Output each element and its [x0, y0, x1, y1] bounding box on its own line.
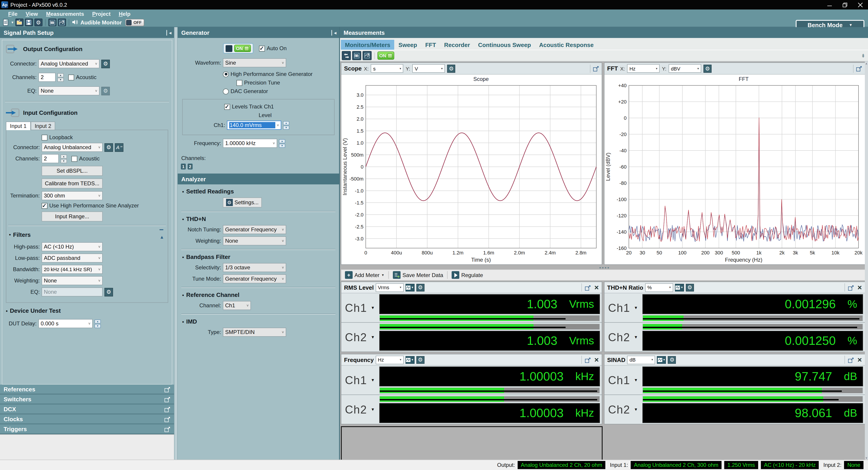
auto-hide-icon[interactable]: ⇟: [861, 53, 865, 59]
levels-track-ch1-checkbox[interactable]: [224, 104, 230, 109]
channel-selector[interactable]: Ch1▼: [604, 294, 643, 322]
tab-continuous-sweep[interactable]: Continuous Sweep: [474, 40, 535, 50]
save-project-icon[interactable]: [25, 19, 33, 26]
add-monitor-icon[interactable]: [58, 19, 66, 26]
generator-channel-1-button[interactable]: 1: [180, 163, 186, 170]
settled-readings-settings-button[interactable]: ⚙ Settings...: [223, 197, 262, 208]
close-meter-icon[interactable]: ✕: [594, 284, 599, 291]
settled-readings-title[interactable]: Settled Readings: [182, 188, 336, 195]
collapse-section-icon[interactable]: ▔▲: [160, 229, 164, 240]
sidebar-item-switchers[interactable]: Switchers↗: [0, 395, 174, 405]
bandpass-filter-title[interactable]: Bandpass Filter: [182, 253, 336, 260]
menu-view[interactable]: View: [22, 11, 41, 17]
meter-settings-icon[interactable]: ⚙: [668, 356, 676, 364]
thdn-section-title[interactable]: THD+N: [182, 216, 336, 222]
input-auto-range-icon[interactable]: A⁼: [115, 143, 123, 152]
tune-mode-select[interactable]: Generator Frequency˅: [223, 274, 286, 283]
close-meter-icon[interactable]: ✕: [594, 356, 599, 363]
meter-settings-icon[interactable]: ⚙: [416, 284, 425, 291]
dac-generator-radio[interactable]: [223, 88, 229, 94]
loopback-checkbox[interactable]: [41, 134, 48, 140]
output-channels-stepper[interactable]: ▲▼: [57, 73, 64, 82]
imd-type-select[interactable]: SMPTE/DIN˅: [223, 327, 286, 337]
termination-select[interactable]: 300 ohm˅: [41, 191, 103, 200]
input-acoustic-checkbox[interactable]: [71, 156, 77, 162]
dut-delay-stepper[interactable]: ▲▼: [94, 319, 101, 328]
open-project-icon[interactable]: [16, 19, 24, 26]
close-meter-icon[interactable]: ✕: [857, 284, 862, 291]
precision-tune-checkbox[interactable]: [237, 80, 242, 86]
input-connector-select[interactable]: Analog Unbalanced˅: [41, 143, 103, 152]
signal-monitor-icon[interactable]: [352, 51, 361, 60]
meter-settings-icon[interactable]: ⚙: [686, 284, 694, 291]
filters-eq-settings-icon[interactable]: ⚙: [104, 288, 113, 296]
scope-x-unit-select[interactable]: s▾: [371, 64, 403, 73]
tab-sweep[interactable]: Sweep: [395, 40, 421, 50]
graphs-meters-splitter[interactable]: [340, 266, 868, 269]
unit-select[interactable]: Vrms▾: [376, 283, 404, 292]
generator-on-toggle[interactable]: ON: [223, 43, 254, 54]
open-in-window-icon[interactable]: ↗: [164, 426, 170, 432]
settings-gear-icon[interactable]: ⚙: [34, 19, 42, 26]
notch-tuning-select[interactable]: Generator Frequency˅: [223, 225, 286, 234]
bandwidth-select[interactable]: 20 kHz (44.1 kHz SR)˅: [41, 265, 103, 274]
menu-help[interactable]: Help: [115, 11, 134, 17]
channel-selector[interactable]: Ch2▼: [341, 323, 379, 351]
ch1-level-stepper[interactable]: ▲▼: [283, 121, 289, 129]
menu-project[interactable]: Project: [89, 11, 114, 17]
channel-selector[interactable]: Ch1▼: [341, 366, 379, 394]
restore-button[interactable]: [837, 0, 852, 9]
high-pass-select[interactable]: AC (<10 Hz)˅: [41, 242, 103, 251]
ref-channel-select[interactable]: Ch1˅: [223, 301, 251, 310]
audible-monitor-toggle[interactable]: OFF: [125, 19, 145, 26]
tab-fft[interactable]: FFT: [421, 40, 440, 50]
input-connector-settings-icon[interactable]: ⚙: [104, 143, 113, 152]
waveform-select[interactable]: Sine˅: [223, 58, 286, 67]
signal-monitor-icon[interactable]: [49, 19, 57, 26]
pop-out-icon[interactable]: ↗: [856, 65, 862, 71]
fft-y-unit-select[interactable]: dBV▾: [669, 64, 701, 73]
thdn-weighting-select[interactable]: None˅: [223, 237, 286, 245]
input-configuration-section[interactable]: Input Configuration: [6, 108, 171, 117]
output-eq-select[interactable]: None˅: [38, 86, 99, 95]
open-in-window-icon[interactable]: ↗: [164, 406, 170, 412]
input-channels-input[interactable]: 2: [41, 154, 59, 163]
frequency-input[interactable]: 1.00000 kHz˅: [223, 139, 277, 148]
pop-out-icon[interactable]: ↗: [848, 284, 854, 290]
ch1-level-input[interactable]: 140.0 mVrms˅: [227, 121, 281, 130]
meters-scrollbar[interactable]: ∧∨: [865, 61, 868, 460]
io-swap-icon[interactable]: [342, 51, 351, 60]
input-range-button[interactable]: Input Range...: [41, 212, 103, 221]
set-dbspl-button[interactable]: Set dBSPL...: [41, 166, 103, 176]
input-channels-stepper[interactable]: ▲▼: [61, 154, 67, 163]
fft-chart[interactable]: FFTFrequency (Hz)Level (dBV)+40+200-20-4…: [604, 74, 865, 264]
sidebar-item-clocks[interactable]: Clocks↗: [0, 414, 174, 425]
open-in-window-icon[interactable]: ↗: [164, 396, 170, 402]
panel-splitter[interactable]: [174, 27, 178, 460]
dut-delay-input[interactable]: 0.000 s˅: [38, 319, 93, 328]
close-button[interactable]: [852, 0, 868, 9]
frequency-stepper[interactable]: ▲▼: [279, 139, 285, 148]
tab-input-2[interactable]: Input 2: [31, 122, 55, 130]
output-channels-input[interactable]: 2: [38, 73, 56, 82]
selectivity-select[interactable]: 1/3 octave˅: [223, 263, 286, 272]
save-meter-data-button[interactable]: Save Meter Data: [391, 271, 445, 279]
sidebar-item-references[interactable]: References↗: [0, 384, 174, 395]
scope-chart[interactable]: ScopeTime (s)Instantaneous Level (V)3.02…: [341, 74, 602, 264]
channel-selector[interactable]: Ch2▼: [604, 323, 643, 351]
fft-x-unit-select[interactable]: Hz▾: [627, 64, 659, 73]
pop-out-icon[interactable]: ↗: [848, 357, 854, 363]
output-connector-select[interactable]: Analog Unbalanced˅: [38, 59, 99, 68]
pop-out-icon[interactable]: ↗: [585, 284, 591, 290]
scroll-up-icon[interactable]: ∧: [866, 62, 868, 65]
scope-settings-icon[interactable]: ⚙: [447, 64, 455, 72]
channel-selector[interactable]: Ch1▼: [604, 366, 643, 394]
output-configuration-section[interactable]: Output Configuration: [6, 45, 171, 53]
unit-select[interactable]: dB▾: [627, 355, 655, 364]
tab-recorder[interactable]: Recorder: [440, 40, 474, 50]
low-pass-select[interactable]: ADC passband˅: [41, 253, 103, 262]
meter-chart-icon[interactable]: ▼: [405, 356, 414, 364]
meter-chart-icon[interactable]: ▼: [657, 356, 666, 364]
channel-selector[interactable]: Ch2▼: [341, 396, 379, 424]
reference-channel-title[interactable]: Reference Channel: [182, 291, 336, 298]
